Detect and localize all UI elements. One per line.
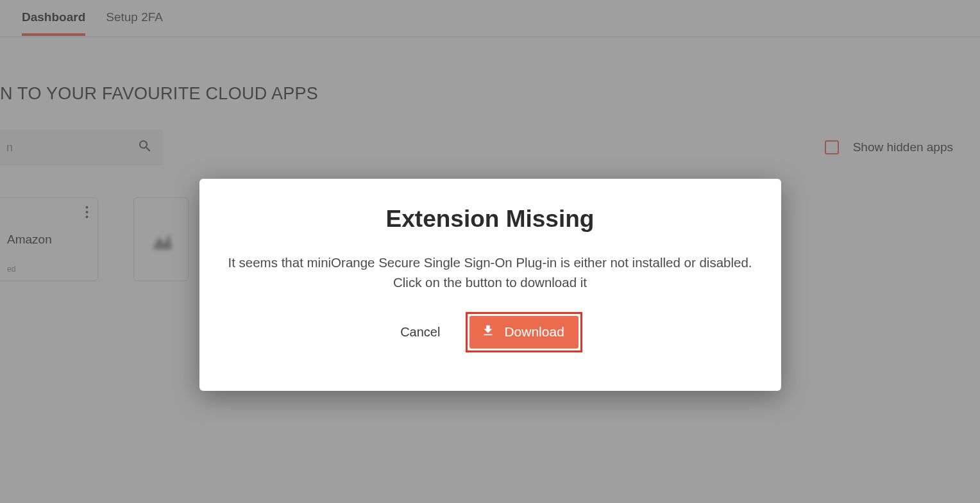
extension-missing-dialog: Extension Missing It seems that miniOran…	[199, 179, 781, 391]
download-button-label: Download	[504, 324, 564, 340]
download-icon	[481, 324, 495, 341]
cancel-button[interactable]: Cancel	[398, 318, 443, 346]
dialog-title: Extension Missing	[225, 206, 756, 233]
download-button-highlight: Download	[466, 312, 582, 352]
dialog-message: It seems that miniOrange Secure Single S…	[225, 253, 756, 293]
download-button[interactable]: Download	[469, 316, 578, 349]
modal-overlay[interactable]: Extension Missing It seems that miniOran…	[0, 0, 980, 503]
dialog-message-line2: Click on the button to download it	[393, 275, 587, 290]
dialog-actions: Cancel Download	[225, 312, 756, 352]
dialog-message-line1: It seems that miniOrange Secure Single S…	[228, 255, 752, 270]
page-background: Dashboard Setup 2FA N TO YOUR FAVOURITE …	[0, 0, 980, 503]
